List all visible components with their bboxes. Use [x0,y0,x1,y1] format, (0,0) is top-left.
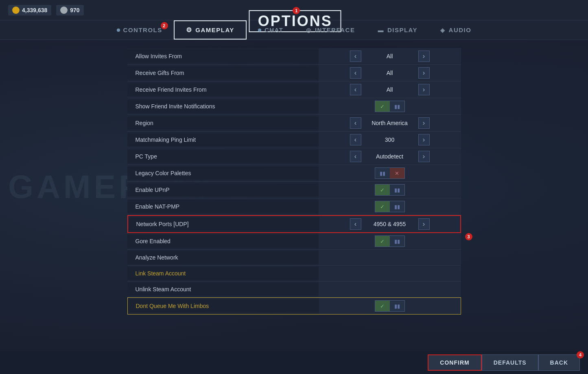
label-link-steam: Link Steam Account [127,267,319,280]
tab-interface-label: INTERFACE [315,26,355,33]
label-gore-enabled: Gore Enabled [127,235,319,248]
network-ports-wrapper: Network Ports [UDP] ‹ 4950 & 4955 › 3 [127,215,461,233]
allow-invites-value: All [365,53,414,59]
row-gore-enabled: Gore Enabled ✓ ▮▮ [127,233,461,250]
control-region: ‹ North America › [319,115,461,131]
toggle-off-dont-queue[interactable]: ▮▮ [390,301,404,311]
receive-friend-invites-prev[interactable]: ‹ [350,84,361,95]
matchmaking-ping-next[interactable]: › [418,134,430,145]
row-receive-gifts: Receive Gifts From ‹ All › [127,65,461,81]
label-legacy-color: Legacy Color Palettes [127,167,319,180]
toggle-dont-queue[interactable]: ✓ ▮▮ [375,300,405,312]
control-matchmaking-ping: ‹ 300 › [319,132,461,148]
toggle-off-gore[interactable]: ▮▮ [390,236,404,246]
toggle-enable-nat-pmp[interactable]: ✓ ▮▮ [375,201,405,212]
main-content: Allow Invites From ‹ All › Receive Gifts… [0,40,588,323]
row-legacy-color: Legacy Color Palettes ▮▮ ✕ [127,165,461,182]
tab-audio[interactable]: ◈ AUDIO [429,20,483,40]
tab-chat-label: CHAT [264,26,284,33]
toggle-on-nat-pmp[interactable]: ✓ [375,201,390,212]
row-link-steam[interactable]: Link Steam Account [127,266,461,282]
silver-amount: 970 [70,7,79,13]
matchmaking-ping-value: 300 [365,136,414,143]
toggle-off-upnp[interactable]: ▮▮ [390,185,404,195]
label-network-ports: Network Ports [UDP] [128,218,319,231]
toggle-on-legacy[interactable]: ▮▮ [375,168,390,178]
control-receive-gifts: ‹ All › [319,65,461,81]
control-legacy-color: ▮▮ ✕ [319,165,461,181]
network-ports-next[interactable]: › [418,218,430,230]
back-button[interactable]: BACK [538,354,580,371]
label-dont-queue: Dont Queue Me With Limbos [128,299,319,312]
row-unlink-steam[interactable]: Unlink Steam Account [127,282,461,297]
control-enable-upnp: ✓ ▮▮ [319,182,461,198]
label-allow-invites: Allow Invites From [127,50,319,63]
label-receive-friend-invites: Receive Friend Invites From [127,83,319,96]
toggle-legacy-color[interactable]: ▮▮ ✕ [375,167,405,179]
row-matchmaking-ping: Matchmaking Ping Limit ‹ 300 › [127,132,461,148]
network-ports-prev[interactable]: ‹ [350,218,361,230]
toggle-show-friend-notifications[interactable]: ✓ ▮▮ [375,101,405,112]
audio-icon: ◈ [440,27,446,33]
matchmaking-ping-prev[interactable]: ‹ [350,134,361,145]
label-show-friend-notifications: Show Friend Invite Notifications [127,100,319,113]
defaults-button[interactable]: DEFAULTS [482,354,538,371]
receive-gifts-value: All [365,70,414,76]
label-enable-upnp: Enable UPnP [127,183,319,196]
row-network-ports: Network Ports [UDP] ‹ 4950 & 4955 › [127,215,461,233]
toggle-on-dont-queue[interactable]: ✓ [375,301,390,311]
row-region: Region ‹ North America › [127,115,461,132]
control-pc-type: ‹ Autodetect › [319,148,461,165]
toggle-enable-upnp[interactable]: ✓ ▮▮ [375,184,405,196]
label-unlink-steam: Unlink Steam Account [127,283,319,296]
control-network-ports: ‹ 4950 & 4955 › [319,216,460,232]
toggle-off-show-friend[interactable]: ▮▮ [390,101,404,112]
tab-chat[interactable]: CHAT [247,20,295,40]
gold-amount: 4,339,638 [22,7,47,13]
row-analyze-network[interactable]: Analyze Network [127,250,461,266]
gold-icon [12,7,20,14]
tab-interface[interactable]: ◎ INTERFACE [295,20,366,40]
control-dont-queue: ✓ ▮▮ [319,298,461,314]
label-pc-type: PC Type [127,150,319,163]
toggle-gore-enabled[interactable]: ✓ ▮▮ [375,235,405,247]
region-next[interactable]: › [418,117,430,129]
toggle-off-nat-pmp[interactable]: ▮▮ [390,201,404,212]
control-receive-friend-invites: ‹ All › [319,81,461,98]
control-link-steam [319,266,461,281]
receive-gifts-prev[interactable]: ‹ [350,67,361,79]
region-value: North America [365,120,414,126]
control-allow-invites: ‹ All › [319,48,461,64]
tab-audio-label: AUDIO [449,26,472,33]
toggle-on-gore[interactable]: ✓ [375,236,390,246]
control-enable-nat-pmp: ✓ ▮▮ [319,198,461,215]
label-enable-nat-pmp: Enable NAT-PMP [127,200,319,213]
tab-display[interactable]: ▬ DISPLAY [366,20,429,40]
tab-controls[interactable]: CONTROLS 2 [105,20,174,40]
receive-friend-invites-next[interactable]: › [418,84,430,95]
toggle-on-show-friend[interactable]: ✓ [375,101,390,112]
pc-type-prev[interactable]: ‹ [350,151,361,162]
tab-gameplay[interactable]: ⚙ GAMEPLAY [174,20,247,40]
allow-invites-next[interactable]: › [418,51,430,62]
tab-controls-label: CONTROLS [123,26,162,33]
confirm-button[interactable]: CONFIRM [428,354,481,371]
toggle-off-legacy[interactable]: ✕ [390,168,404,178]
bottom-bar: CONFIRM DEFAULTS BACK 4 [0,351,588,374]
display-icon: ▬ [378,27,384,33]
pc-type-value: Autodetect [365,153,414,160]
pc-type-next[interactable]: › [418,151,430,162]
interface-circle-icon: ◎ [306,27,312,33]
silver-icon [60,7,68,14]
allow-invites-prev[interactable]: ‹ [350,51,361,62]
nav-tabs: CONTROLS 2 ⚙ GAMEPLAY CHAT ◎ INTERFACE ▬… [0,20,588,40]
control-show-friend-notifications: ✓ ▮▮ [319,98,461,114]
row-allow-invites: Allow Invites From ‹ All › [127,48,461,65]
toggle-on-upnp[interactable]: ✓ [375,185,390,195]
receive-friend-invites-value: All [365,86,414,93]
control-analyze-network [319,250,461,265]
row-show-friend-notifications: Show Friend Invite Notifications ✓ ▮▮ [127,98,461,115]
region-prev[interactable]: ‹ [350,117,361,129]
silver-currency: 970 [56,5,83,15]
receive-gifts-next[interactable]: › [418,67,430,79]
